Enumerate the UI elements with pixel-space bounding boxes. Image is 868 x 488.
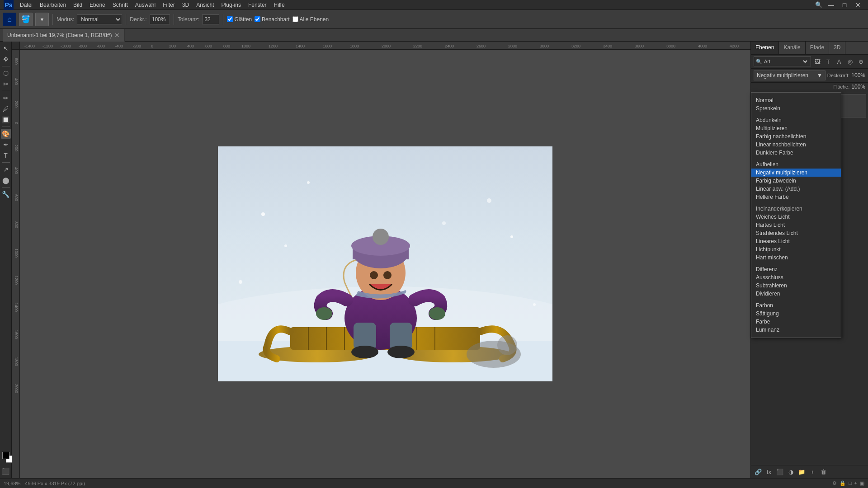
win-close-btn[interactable]: ✕ [852,0,864,10]
tab-kanaele[interactable]: Kanäle [779,42,805,54]
blend-item-hellere-farbe[interactable]: Hellere Farbe [751,193,841,201]
menu-hilfe[interactable]: Hilfe [270,1,288,9]
blend-item-aufhellen[interactable]: Aufhellen [751,160,841,169]
blend-item-normal[interactable]: Normal [751,96,841,104]
layers-icon-5[interactable]: ⊕ [856,57,865,66]
statusbar: 19,68% 4936 Px x 3319 Px (72 ppi) ⚙ 🔒 □ … [0,478,868,488]
status-icon-2[interactable]: 🔒 [840,480,846,486]
layer-delete-btn[interactable]: 🗑 [819,467,828,476]
blend-item-differenz[interactable]: Differenz [751,265,841,273]
layers-icon-4[interactable]: ◎ [845,57,854,66]
layers-icon-3[interactable]: A [835,57,844,66]
blend-item-ineinander[interactable]: Ineinanderkopieren [751,205,841,213]
home-btn[interactable]: ⌂ [3,13,16,26]
menu-filter[interactable]: Filter [159,1,179,9]
blend-item-dividieren[interactable]: Dividieren [751,290,841,298]
modus-select[interactable]: Normal [77,14,122,24]
blend-item-strahlendes-licht[interactable]: Strahlendes Licht [751,229,841,237]
status-icon-3[interactable]: □ [849,480,852,486]
opacity-value[interactable]: 100% [851,72,865,79]
win-maximize-btn[interactable]: □ [838,0,851,10]
tool-bucket[interactable]: 🎨 [1,129,11,139]
status-icon-4[interactable]: + [854,480,857,486]
tool-zoom[interactable]: ↗ [1,164,11,174]
tab-ebenen[interactable]: Ebenen [751,42,779,54]
tool-text[interactable]: T [1,150,11,160]
layer-add-btn[interactable]: + [808,467,817,476]
blend-mode-select[interactable]: Negativ multiplizieren ▼ [754,70,826,80]
tool-options-btn[interactable]: ▼ [35,13,49,26]
tool-pen[interactable]: 🖊 [1,104,11,114]
layers-icon-1[interactable]: 🖼 [813,57,822,66]
tool-arrow[interactable]: ↖ [1,43,11,53]
blend-item-farbig-nachbelichten[interactable]: Farbig nachbelichten [751,132,841,141]
tool-brush[interactable]: ✏ [1,93,11,103]
blend-item-multiplizieren[interactable]: Multiplizieren [751,124,841,132]
tool-path[interactable]: ✒ [1,140,11,150]
tool-mode-btn[interactable]: 🪣 [19,13,33,26]
win-search-btn[interactable]: 🔍 [814,0,824,10]
fill-value[interactable]: 100% [851,84,865,90]
blend-item-weiches-licht[interactable]: Weiches Licht [751,213,841,221]
blend-item-lineares-licht[interactable]: Lineares Licht [751,237,841,245]
layers-filter-select[interactable]: Art [762,58,809,65]
blend-item-hartes-licht[interactable]: Hartes Licht [751,221,841,229]
foreground-swatch[interactable] [2,452,9,459]
blend-item-hart-mischen[interactable]: Hart mischen [751,253,841,262]
right-panel: Ebenen Kanäle Pfade 3D 🔍 Art 🖼 T A ◎ ⊕ N… [750,42,868,478]
layer-mask-btn[interactable]: ⬛ [775,467,784,476]
tool-crop[interactable]: ✂ [1,79,11,89]
layer-fx-btn[interactable]: fx [764,467,774,476]
tab-close-btn[interactable]: ✕ [114,32,120,39]
blend-item-sprenkeln[interactable]: Sprenkeln [751,104,841,113]
tab-3d[interactable]: 3D [829,42,845,54]
app-icon[interactable]: Ps [4,0,14,10]
blend-item-saettigung[interactable]: Sättigung [751,310,841,318]
status-icon-5[interactable]: ▣ [860,480,864,486]
blend-item-farbig-abwedeln[interactable]: Farbig abwedeln [751,177,841,185]
canvas-content[interactable] [20,50,750,478]
glatten-checkbox[interactable]: Glätten [227,16,252,23]
menu-datei[interactable]: Datei [16,1,36,9]
status-icon-1[interactable]: ⚙ [832,480,837,486]
blend-item-abdunkeln[interactable]: Abdunkeln [751,116,841,124]
blend-item-lichtpunkt[interactable]: Lichtpunkt [751,245,841,253]
layer-group-btn[interactable]: 📁 [797,467,806,476]
document-tab[interactable]: Unbenannt-1 bei 19,7% (Ebene 1, RGB/8#) … [3,29,125,42]
blend-item-subtrahieren[interactable]: Subtrahieren [751,282,841,290]
tool-move[interactable]: ✥ [1,54,11,64]
tab-pfade[interactable]: Pfade [806,42,829,54]
tool-lasso[interactable]: ⬡ [1,68,11,78]
alle-ebenen-checkbox[interactable]: Alle Ebenen [292,16,329,23]
menu-bild[interactable]: Bild [70,1,86,9]
blend-item-luminanz[interactable]: Luminanz [751,326,841,334]
blend-item-farbe[interactable]: Farbe [751,318,841,326]
layer-link-btn[interactable]: 🔗 [754,467,763,476]
tool-hand[interactable]: ⬤ [1,175,11,185]
menu-schrift[interactable]: Schrift [109,1,132,9]
menu-plugins[interactable]: Plug-ins [218,1,245,9]
win-minimize-btn[interactable]: — [825,0,837,10]
blend-item-linear-abw[interactable]: Linear abw. (Add.) [751,185,841,193]
tool-wrench[interactable]: 🔧 [1,189,11,199]
blend-item-negativ-multiplizieren[interactable]: Negativ multiplizieren [751,169,841,177]
blend-item-dunklere-farbe[interactable]: Dunklere Farbe [751,149,841,157]
blend-mode-container: Negativ multiplizieren ▼ [754,70,826,80]
layers-icon-2[interactable]: T [824,57,833,66]
tool-rect[interactable]: 🔲 [1,115,11,125]
canvas-image[interactable] [218,146,552,381]
quick-mask-btn[interactable]: ⬛ [1,466,11,476]
menu-ebene[interactable]: Ebene [86,1,109,9]
menu-auswahl[interactable]: Auswahl [132,1,159,9]
blend-item-ausschluss[interactable]: Ausschluss [751,273,841,282]
blend-item-farbon[interactable]: Farbon [751,301,841,310]
menu-fenster[interactable]: Fenster [245,1,270,9]
blend-item-linear-nachbelichten[interactable]: Linear nachbelichten [751,141,841,149]
toleranz-input[interactable] [202,14,219,24]
layer-adj-btn[interactable]: ◑ [786,467,795,476]
menu-ansicht[interactable]: Ansicht [193,1,217,9]
menu-bearbeiten[interactable]: Bearbeiten [36,1,70,9]
deckr-input[interactable] [150,14,170,24]
benachbart-checkbox[interactable]: Benachbart [255,16,289,23]
menu-3d[interactable]: 3D [179,1,193,9]
